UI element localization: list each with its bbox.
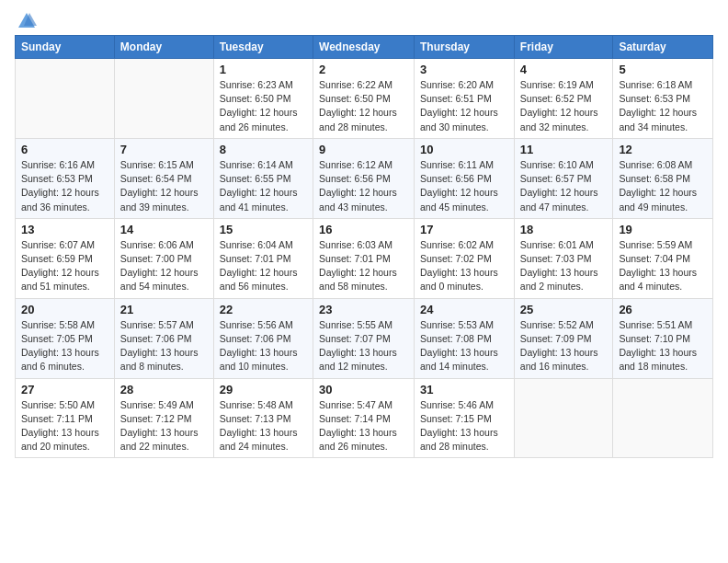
day-cell: 18Sunrise: 6:01 AM Sunset: 7:03 PM Dayli… bbox=[514, 218, 613, 298]
week-row-4: 20Sunrise: 5:58 AM Sunset: 7:05 PM Dayli… bbox=[16, 298, 713, 378]
day-number: 27 bbox=[21, 383, 108, 396]
day-cell: 15Sunrise: 6:04 AM Sunset: 7:01 PM Dayli… bbox=[213, 218, 313, 298]
day-info: Sunrise: 5:47 AM Sunset: 7:14 PM Dayligh… bbox=[319, 398, 408, 454]
day-info: Sunrise: 6:02 AM Sunset: 7:02 PM Dayligh… bbox=[420, 238, 508, 294]
day-info: Sunrise: 6:10 AM Sunset: 6:57 PM Dayligh… bbox=[520, 158, 608, 214]
day-cell: 8Sunrise: 6:14 AM Sunset: 6:55 PM Daylig… bbox=[213, 138, 313, 218]
week-row-5: 27Sunrise: 5:50 AM Sunset: 7:11 PM Dayli… bbox=[16, 378, 713, 458]
col-header-friday: Friday bbox=[514, 36, 613, 59]
day-info: Sunrise: 6:01 AM Sunset: 7:03 PM Dayligh… bbox=[520, 238, 608, 294]
day-info: Sunrise: 6:03 AM Sunset: 7:01 PM Dayligh… bbox=[319, 238, 408, 294]
day-cell: 10Sunrise: 6:11 AM Sunset: 6:56 PM Dayli… bbox=[415, 138, 515, 218]
day-info: Sunrise: 6:14 AM Sunset: 6:55 PM Dayligh… bbox=[220, 158, 307, 214]
day-info: Sunrise: 6:04 AM Sunset: 7:01 PM Dayligh… bbox=[220, 238, 307, 294]
header-row: SundayMondayTuesdayWednesdayThursdayFrid… bbox=[16, 36, 713, 59]
day-number: 19 bbox=[619, 223, 707, 236]
day-cell: 19Sunrise: 5:59 AM Sunset: 7:04 PM Dayli… bbox=[613, 218, 713, 298]
day-info: Sunrise: 6:15 AM Sunset: 6:54 PM Dayligh… bbox=[120, 158, 208, 214]
logo-icon bbox=[17, 11, 37, 31]
page: SundayMondayTuesdayWednesdayThursdayFrid… bbox=[0, 0, 728, 465]
day-number: 25 bbox=[520, 303, 608, 316]
day-info: Sunrise: 6:19 AM Sunset: 6:52 PM Dayligh… bbox=[520, 78, 608, 134]
day-cell: 20Sunrise: 5:58 AM Sunset: 7:05 PM Dayli… bbox=[16, 298, 115, 378]
day-number: 11 bbox=[520, 143, 608, 156]
day-number: 12 bbox=[619, 143, 707, 156]
week-row-3: 13Sunrise: 6:07 AM Sunset: 6:59 PM Dayli… bbox=[16, 218, 713, 298]
day-number: 31 bbox=[420, 383, 508, 396]
day-cell: 21Sunrise: 5:57 AM Sunset: 7:06 PM Dayli… bbox=[114, 298, 213, 378]
week-row-1: 1Sunrise: 6:23 AM Sunset: 6:50 PM Daylig… bbox=[16, 59, 713, 139]
day-number: 18 bbox=[520, 223, 608, 236]
day-info: Sunrise: 6:16 AM Sunset: 6:53 PM Dayligh… bbox=[21, 158, 108, 214]
day-number: 23 bbox=[319, 303, 408, 316]
col-header-tuesday: Tuesday bbox=[213, 36, 313, 59]
day-info: Sunrise: 6:18 AM Sunset: 6:53 PM Dayligh… bbox=[619, 78, 707, 134]
col-header-sunday: Sunday bbox=[16, 36, 115, 59]
day-info: Sunrise: 5:55 AM Sunset: 7:07 PM Dayligh… bbox=[319, 318, 408, 374]
day-number: 17 bbox=[420, 223, 508, 236]
day-cell: 27Sunrise: 5:50 AM Sunset: 7:11 PM Dayli… bbox=[16, 378, 115, 458]
day-number: 29 bbox=[220, 383, 307, 396]
col-header-wednesday: Wednesday bbox=[313, 36, 415, 59]
header bbox=[15, 11, 713, 31]
day-info: Sunrise: 5:59 AM Sunset: 7:04 PM Dayligh… bbox=[619, 238, 707, 294]
day-number: 4 bbox=[520, 63, 608, 76]
day-info: Sunrise: 5:53 AM Sunset: 7:08 PM Dayligh… bbox=[420, 318, 508, 374]
day-cell: 30Sunrise: 5:47 AM Sunset: 7:14 PM Dayli… bbox=[313, 378, 415, 458]
day-info: Sunrise: 6:11 AM Sunset: 6:56 PM Dayligh… bbox=[420, 158, 508, 214]
day-cell: 11Sunrise: 6:10 AM Sunset: 6:57 PM Dayli… bbox=[514, 138, 613, 218]
day-cell: 13Sunrise: 6:07 AM Sunset: 6:59 PM Dayli… bbox=[16, 218, 115, 298]
day-number: 16 bbox=[319, 223, 408, 236]
day-number: 5 bbox=[619, 63, 707, 76]
day-cell: 23Sunrise: 5:55 AM Sunset: 7:07 PM Dayli… bbox=[313, 298, 415, 378]
day-number: 9 bbox=[319, 143, 408, 156]
day-number: 10 bbox=[420, 143, 508, 156]
day-cell bbox=[16, 59, 115, 139]
day-cell: 26Sunrise: 5:51 AM Sunset: 7:10 PM Dayli… bbox=[613, 298, 713, 378]
day-info: Sunrise: 5:49 AM Sunset: 7:12 PM Dayligh… bbox=[120, 398, 208, 454]
day-cell: 16Sunrise: 6:03 AM Sunset: 7:01 PM Dayli… bbox=[313, 218, 415, 298]
day-cell: 2Sunrise: 6:22 AM Sunset: 6:50 PM Daylig… bbox=[313, 59, 415, 139]
day-info: Sunrise: 6:06 AM Sunset: 7:00 PM Dayligh… bbox=[120, 238, 208, 294]
col-header-thursday: Thursday bbox=[415, 36, 515, 59]
day-number: 20 bbox=[21, 303, 108, 316]
day-info: Sunrise: 6:22 AM Sunset: 6:50 PM Dayligh… bbox=[319, 78, 408, 134]
logo bbox=[15, 11, 37, 31]
day-cell: 28Sunrise: 5:49 AM Sunset: 7:12 PM Dayli… bbox=[114, 378, 213, 458]
day-cell: 25Sunrise: 5:52 AM Sunset: 7:09 PM Dayli… bbox=[514, 298, 613, 378]
day-number: 13 bbox=[21, 223, 108, 236]
day-info: Sunrise: 6:08 AM Sunset: 6:58 PM Dayligh… bbox=[619, 158, 707, 214]
day-cell: 4Sunrise: 6:19 AM Sunset: 6:52 PM Daylig… bbox=[514, 59, 613, 139]
day-info: Sunrise: 5:52 AM Sunset: 7:09 PM Dayligh… bbox=[520, 318, 608, 374]
day-info: Sunrise: 5:50 AM Sunset: 7:11 PM Dayligh… bbox=[21, 398, 108, 454]
day-number: 6 bbox=[21, 143, 108, 156]
day-info: Sunrise: 5:58 AM Sunset: 7:05 PM Dayligh… bbox=[21, 318, 108, 374]
day-cell bbox=[514, 378, 613, 458]
day-cell: 14Sunrise: 6:06 AM Sunset: 7:00 PM Dayli… bbox=[114, 218, 213, 298]
day-info: Sunrise: 6:20 AM Sunset: 6:51 PM Dayligh… bbox=[420, 78, 508, 134]
col-header-saturday: Saturday bbox=[613, 36, 713, 59]
day-number: 28 bbox=[120, 383, 208, 396]
week-row-2: 6Sunrise: 6:16 AM Sunset: 6:53 PM Daylig… bbox=[16, 138, 713, 218]
day-info: Sunrise: 5:57 AM Sunset: 7:06 PM Dayligh… bbox=[120, 318, 208, 374]
day-info: Sunrise: 5:46 AM Sunset: 7:15 PM Dayligh… bbox=[420, 398, 508, 454]
day-info: Sunrise: 5:51 AM Sunset: 7:10 PM Dayligh… bbox=[619, 318, 707, 374]
day-cell: 9Sunrise: 6:12 AM Sunset: 6:56 PM Daylig… bbox=[313, 138, 415, 218]
day-number: 3 bbox=[420, 63, 508, 76]
col-header-monday: Monday bbox=[114, 36, 213, 59]
day-cell: 5Sunrise: 6:18 AM Sunset: 6:53 PM Daylig… bbox=[613, 59, 713, 139]
day-info: Sunrise: 5:56 AM Sunset: 7:06 PM Dayligh… bbox=[220, 318, 307, 374]
day-info: Sunrise: 6:07 AM Sunset: 6:59 PM Dayligh… bbox=[21, 238, 108, 294]
day-cell: 31Sunrise: 5:46 AM Sunset: 7:15 PM Dayli… bbox=[415, 378, 515, 458]
day-cell: 7Sunrise: 6:15 AM Sunset: 6:54 PM Daylig… bbox=[114, 138, 213, 218]
day-cell: 12Sunrise: 6:08 AM Sunset: 6:58 PM Dayli… bbox=[613, 138, 713, 218]
day-cell: 6Sunrise: 6:16 AM Sunset: 6:53 PM Daylig… bbox=[16, 138, 115, 218]
day-info: Sunrise: 5:48 AM Sunset: 7:13 PM Dayligh… bbox=[220, 398, 307, 454]
day-number: 22 bbox=[220, 303, 307, 316]
day-number: 2 bbox=[319, 63, 408, 76]
calendar-table: SundayMondayTuesdayWednesdayThursdayFrid… bbox=[15, 35, 713, 458]
day-number: 1 bbox=[220, 63, 307, 76]
day-cell: 1Sunrise: 6:23 AM Sunset: 6:50 PM Daylig… bbox=[213, 59, 313, 139]
day-cell: 17Sunrise: 6:02 AM Sunset: 7:02 PM Dayli… bbox=[415, 218, 515, 298]
day-number: 30 bbox=[319, 383, 408, 396]
